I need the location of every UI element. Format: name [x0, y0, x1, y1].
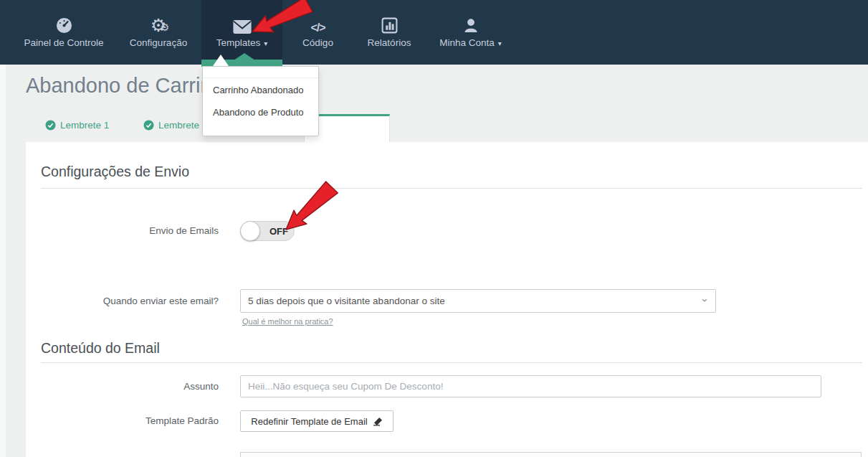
user-icon — [462, 9, 480, 34]
settings-card: Configurações de Envio Envio de Emails O… — [26, 142, 868, 457]
template-label: Template Padrão — [41, 410, 219, 432]
gauge-icon — [54, 9, 74, 34]
subject-row: Assunto — [41, 375, 856, 397]
nav-label: Configuração — [130, 37, 187, 48]
email-sending-toggle[interactable]: OFF — [240, 221, 295, 241]
tab-label: Lembrete 2 — [158, 120, 207, 131]
nav-item-painel-de-controle[interactable]: Painel de Controle — [14, 0, 114, 65]
tab-lembrete-1[interactable]: Lembrete 1 — [45, 120, 109, 131]
tab-lembrete-2[interactable]: Lembrete 2 — [143, 120, 207, 131]
envelope-icon — [232, 9, 252, 34]
nav-active-indicator-triangle — [234, 53, 255, 60]
chevron-down-icon: ▾ — [498, 39, 502, 47]
send-time-select[interactable]: 5 dias depois que o visitante abandonar … — [240, 289, 716, 313]
reset-template-button-label: Redefinir Template de Email — [251, 416, 367, 427]
nav-label: Painel de Controle — [24, 37, 103, 48]
menu-divider — [203, 67, 318, 78]
subject-label: Assunto — [41, 375, 219, 397]
best-practice-link[interactable]: Qual é melhor na pratica? — [242, 317, 333, 326]
chevron-down-icon: ▾ — [264, 39, 267, 47]
tab-label: Lembrete 1 — [60, 120, 109, 131]
dropdown-arrow — [213, 55, 229, 66]
send-time-row: Quando enviar este email? 5 dias depois … — [41, 289, 856, 313]
section-heading-envio: Configurações de Envio — [41, 164, 189, 180]
email-toggle-label: Envio de Emails — [41, 221, 219, 241]
nav-item-relatorios[interactable]: Relatórios — [361, 0, 418, 65]
section-heading-conteudo: Conteúdo do Email — [41, 340, 160, 357]
gears-icon: ⚙⚙ — [151, 9, 166, 34]
menu-item-carrinho-abandonado[interactable]: Carrinho Abandonado — [203, 78, 318, 100]
toggle-knob — [240, 221, 260, 241]
nav-label: Código — [302, 37, 333, 48]
templates-dropdown-menu: Carrinho Abandonado Abandono de Produto — [202, 66, 319, 136]
nav-label: Templates▾ — [216, 37, 268, 48]
bar-chart-icon — [381, 9, 399, 34]
check-circle-icon — [45, 120, 56, 131]
email-toggle-row: Envio de Emails OFF — [41, 221, 856, 241]
pencil-icon — [373, 416, 383, 426]
email-body-box[interactable] — [240, 452, 862, 457]
section-divider — [41, 362, 862, 363]
template-row: Template Padrão Redefinir Template de Em… — [41, 410, 856, 432]
nav-label: Minha Conta▾ — [439, 37, 502, 48]
top-navigation: Painel de Controle ⚙⚙ Configuração Templ… — [0, 0, 868, 65]
nav-item-configuracao[interactable]: ⚙⚙ Configuração — [120, 0, 196, 65]
nav-item-codigo[interactable]: </> Código — [295, 0, 341, 65]
section-divider — [41, 188, 862, 189]
send-time-select-wrap: 5 dias depois que o visitante abandonar … — [240, 289, 716, 313]
nav-label: Relatórios — [368, 37, 411, 48]
send-time-label: Quando enviar este email? — [41, 289, 219, 313]
subject-input[interactable] — [240, 375, 821, 397]
reset-template-button[interactable]: Redefinir Template de Email — [240, 410, 394, 432]
check-circle-icon — [143, 120, 154, 131]
code-icon: </> — [310, 9, 325, 34]
menu-item-abandono-de-produto[interactable]: Abandono de Produto — [203, 100, 318, 123]
toggle-state-label: OFF — [270, 226, 288, 237]
nav-item-minha-conta[interactable]: Minha Conta▾ — [436, 0, 505, 65]
